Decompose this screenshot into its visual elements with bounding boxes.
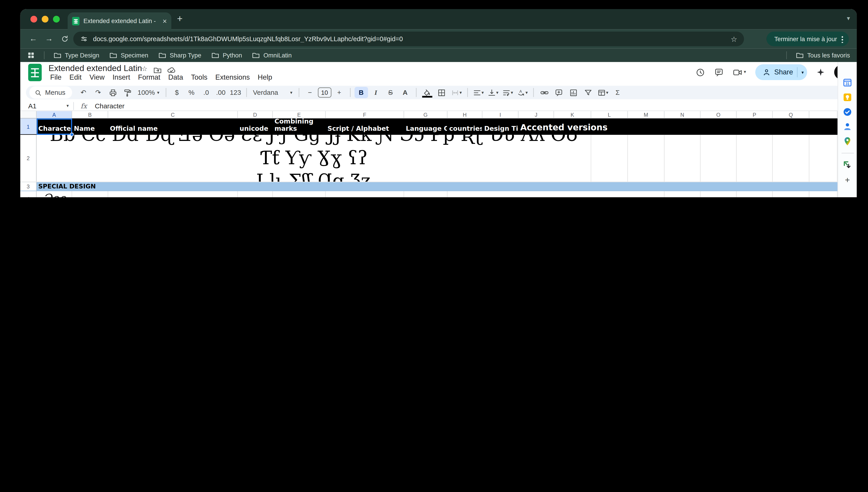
undo[interactable]: ↶ [77,87,90,98]
browser-tab[interactable]: Extended extended Latin - G × [68,13,172,29]
column-header-K[interactable]: K [554,111,591,118]
cell-A1[interactable]: Character [36,119,72,134]
menu-insert[interactable]: Insert [108,73,134,82]
column-header-G[interactable]: G [404,111,448,118]
rail-tasks-icon[interactable] [843,107,852,117]
print[interactable] [106,87,120,98]
cell-G4[interactable]: Azerbaijani, Domar [404,191,447,197]
share-dropdown-icon[interactable]: ▾ [801,70,804,75]
column-header-L[interactable]: L [591,111,628,118]
more-formats[interactable]: 123 [229,87,242,98]
functions[interactable]: Σ [611,87,624,98]
menu-tools[interactable]: Tools [187,73,211,82]
menu-data[interactable]: Data [164,73,187,82]
finish-update-button[interactable]: Terminer la mise à jour [766,32,849,46]
name-box-dropdown-icon[interactable]: ▾ [67,103,69,108]
gemini-sparkle-icon[interactable] [816,68,825,77]
get-addons-button[interactable]: + [845,175,850,184]
fill-handle[interactable] [70,132,74,137]
fill-color[interactable] [420,87,434,98]
apps-grid-icon[interactable] [27,51,35,59]
table-views[interactable]: ▾ [596,87,610,98]
cell-D1[interactable]: unicode [238,119,272,134]
decrease-decimals[interactable]: .0 [200,87,213,98]
row-header-1[interactable]: 1 [20,119,36,134]
select-all-corner[interactable] [20,111,36,118]
share-button[interactable]: Share ▾ [755,64,807,80]
increase-decimals[interactable]: .00 [214,87,228,98]
row-header-2[interactable]: 2 [20,135,36,182]
paint-format[interactable] [121,87,134,98]
zoom-select[interactable]: 100%▾ [135,87,162,98]
toolbar-search[interactable]: Menus [29,87,72,99]
address-bar[interactable]: docs.google.com/spreadsheets/d/1Tk8aGhDW… [73,32,744,46]
font-select[interactable]: Verdana▾ [251,87,295,98]
strikethrough[interactable]: S [384,87,397,98]
bold[interactable]: B [354,87,368,98]
cell-G1[interactable]: Language OR [404,119,447,134]
menu-view[interactable]: View [85,73,108,82]
column-header-F[interactable]: F [326,111,404,118]
bookmark-sharp-type[interactable]: Sharp Type [158,51,202,59]
font-size[interactable]: 10 [318,87,332,98]
menu-edit[interactable]: Edit [65,73,86,82]
cell-H4[interactable]: Cameroun = medumba, mbembe tigon, mbo, n… [448,191,664,197]
redo[interactable]: ↷ [91,87,105,98]
browser-menu-icon[interactable] [842,35,843,43]
column-header-D[interactable]: D [238,111,273,118]
column-header-H[interactable]: H [448,111,482,118]
column-header-I[interactable]: I [482,111,519,118]
column-header-A[interactable]: A [36,111,72,118]
cell-J1[interactable]: Accented versions [519,119,627,134]
menu-format[interactable]: Format [134,73,164,82]
cell-A4[interactable]: Əǝe [36,191,72,197]
meet-icon[interactable]: ▾ [733,67,746,77]
name-box[interactable]: A1 ▾ [20,102,73,110]
sheets-logo-icon[interactable] [28,64,42,81]
format-currency[interactable]: $ [170,87,184,98]
italic[interactable]: I [369,87,383,98]
cell-D4[interactable]: U+018F [238,191,272,197]
rail-keep-icon[interactable] [843,93,852,102]
cell-B4[interactable]: Schwa [72,191,108,197]
column-header-M[interactable]: M [628,111,664,118]
bookmark-star-icon[interactable]: ☆ [731,34,737,43]
cell-B1[interactable]: Name [72,119,108,134]
document-title[interactable]: Extended extended Latin [48,63,142,73]
row-header-3[interactable]: 3 [20,182,36,191]
forward-icon[interactable]: → [45,34,53,43]
column-header-partial[interactable] [810,111,838,118]
all-bookmarks-button[interactable]: Tous les favoris [796,51,850,59]
merge-cells[interactable]: ▾ [450,87,463,98]
horizontal-align[interactable]: ▾ [472,87,485,98]
column-header-E[interactable]: E [273,111,326,118]
cell-F4[interactable]: Azerbaijani, IAA [326,191,403,197]
column-header-Q[interactable]: Q [773,111,810,118]
column-header-C[interactable]: C [108,111,238,118]
back-icon[interactable]: ← [29,34,37,43]
text-wrap[interactable]: ▾ [501,87,515,98]
rail-maps-icon[interactable] [843,137,852,146]
reload-icon[interactable] [61,35,69,43]
rail-contacts-icon[interactable] [843,122,852,131]
rail-addon-icon[interactable] [843,160,852,170]
close-tab-icon[interactable]: × [162,17,167,24]
column-header-J[interactable]: J [519,111,554,118]
cell-H1[interactable]: countries [448,119,482,134]
vertical-align[interactable]: ▾ [486,87,500,98]
cell-C1[interactable]: Official name [108,119,237,134]
tune-icon[interactable] [80,35,88,43]
tab-search-chevron-icon[interactable]: ▾ [847,15,850,22]
insert-link[interactable] [537,87,551,98]
column-header-O[interactable]: O [701,111,737,118]
zoom-window-button[interactable] [53,16,60,23]
cell-A3[interactable]: SPECIAL DESIGN [36,182,837,191]
column-header-N[interactable]: N [664,111,701,118]
bookmark-omnilatin[interactable]: OmniLatin [252,51,292,59]
create-filter[interactable] [582,87,595,98]
bookmark-python[interactable]: Python [211,51,242,59]
cell-E1[interactable]: unicode chart/ Combining marks [273,119,325,134]
format-percent[interactable]: % [185,87,198,98]
cell-A2[interactable]: Ɓɓ Ƈƈ Ɗɗ Ɖɖ Ǝə Ɵə Ɛɛ Ƒƒ Ɠɠ Ɉɉ Ƙƙ Ɲ Ɔɔ Ƥƥ… [36,135,590,182]
cell-C4[interactable]: LATIN CAPITAL LETTER SCHWA [108,191,237,197]
